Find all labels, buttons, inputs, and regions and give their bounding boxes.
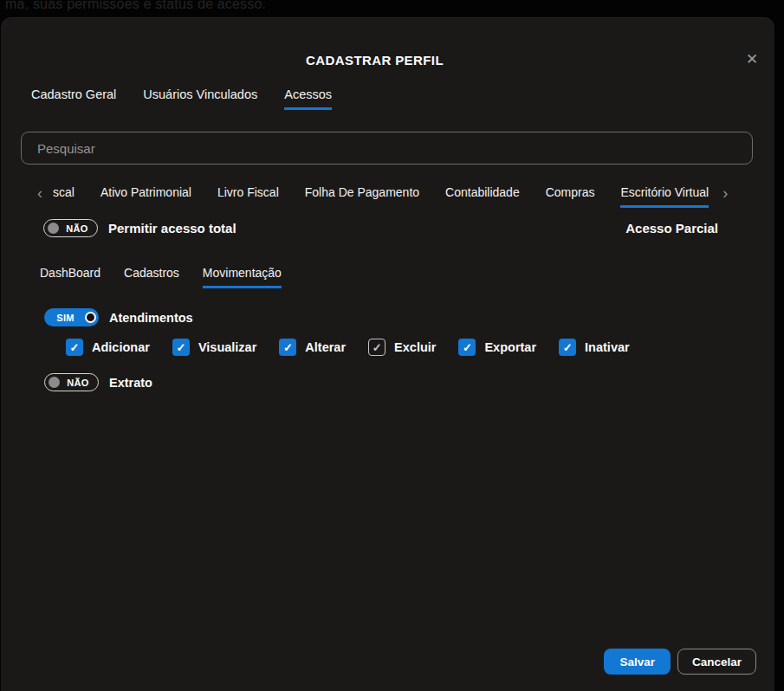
tab-cadastro-geral[interactable]: Cadastro Geral [31, 87, 116, 110]
checkbox-visualizar[interactable]: ✓ [172, 339, 190, 356]
action-label: Inativar [585, 340, 630, 354]
section-tab-dashboard[interactable]: DashBoard [40, 266, 100, 288]
checkbox-alterar[interactable]: ✓ [279, 339, 296, 356]
access-mode-label: Acesso Parcial [625, 221, 718, 236]
action-label: Excluir [394, 340, 436, 354]
check-icon: ✓ [373, 341, 382, 354]
extrato-label: Extrato [109, 376, 152, 390]
chevron-right-icon[interactable]: › [721, 185, 729, 201]
checkbox-inativar[interactable]: ✓ [559, 339, 576, 356]
toggle-state-label: NÃO [60, 378, 98, 388]
tab-usuarios-vinculados[interactable]: Usuários Vinculados [143, 87, 257, 110]
module-tab-contabilidade[interactable]: Contabilidade [445, 185, 520, 208]
search-input[interactable] [21, 132, 753, 165]
main-tabs: Cadastro Geral Usuários Vinculados Acess… [31, 87, 332, 110]
action-adicionar: ✓ Adicionar [66, 339, 150, 356]
module-tab-ativo-patrimonial[interactable]: Ativo Patrimonial [100, 185, 191, 208]
module-tab-livro-fiscal[interactable]: Livro Fiscal [217, 185, 279, 208]
module-tab-escritorio-virtual[interactable]: Escritório Virtual [620, 185, 709, 208]
atendimentos-label: Atendimentos [109, 311, 193, 325]
access-total-row: NÃO Permitir acesso total Acesso Parcial [43, 219, 718, 237]
module-tabs: ‹ scal Ativo Patrimonial Livro Fiscal Fo… [36, 185, 740, 208]
module-tab-compras[interactable]: Compras [546, 185, 595, 208]
modal-footer: Salvar Cancelar [604, 649, 756, 675]
chevron-left-icon[interactable]: ‹ [36, 185, 44, 201]
action-alterar: ✓ Alterar [279, 339, 346, 356]
section-tabs: DashBoard Cadastros Movimentação [40, 266, 282, 288]
extrato-toggle[interactable]: NÃO [44, 373, 99, 391]
search-container [21, 132, 753, 165]
action-label: Alterar [305, 340, 346, 354]
checkbox-excluir[interactable]: ✓ [368, 339, 386, 356]
cadastrar-perfil-modal: CADASTRAR PERFIL ✕ Cadastro Geral Usuári… [1, 17, 774, 691]
background-page-text: ma, suas permissões e status de acesso. [5, 0, 266, 12]
atendimentos-actions: ✓ Adicionar ✓ Visualizar ✓ Alterar ✓ Exc… [66, 339, 630, 356]
toggle-knob [85, 312, 96, 323]
atendimentos-toggle[interactable]: SIM [44, 308, 99, 326]
module-tab-folha-de-pagamento[interactable]: Folha De Pagamento [305, 185, 419, 208]
check-icon: ✓ [463, 341, 472, 354]
module-tabs-list: scal Ativo Patrimonial Livro Fiscal Folh… [53, 185, 709, 208]
check-icon: ✓ [70, 341, 80, 354]
action-inativar: ✓ Inativar [559, 339, 630, 356]
check-icon: ✓ [283, 341, 293, 354]
tab-acessos[interactable]: Acessos [284, 87, 332, 110]
cancel-button[interactable]: Cancelar [677, 649, 756, 675]
atendimentos-row: SIM Atendimentos [44, 308, 193, 326]
check-icon: ✓ [563, 341, 573, 354]
action-label: Exportar [484, 340, 536, 354]
section-tab-movimentacao[interactable]: Movimentação [203, 266, 282, 288]
save-button[interactable]: Salvar [604, 649, 671, 675]
action-label: Visualizar [198, 340, 256, 354]
checkbox-exportar[interactable]: ✓ [458, 339, 476, 356]
page-title: CADASTRAR PERFIL [1, 53, 748, 68]
toggle-state-label: SIM [44, 313, 85, 323]
section-tab-cadastros[interactable]: Cadastros [124, 266, 179, 288]
action-visualizar: ✓ Visualizar [172, 339, 256, 356]
close-icon[interactable]: ✕ [742, 49, 762, 70]
toggle-state-label: NÃO [59, 223, 97, 234]
toggle-knob [49, 377, 60, 388]
checkbox-adicionar[interactable]: ✓ [66, 339, 83, 356]
extrato-row: NÃO Extrato [44, 373, 152, 391]
check-icon: ✓ [176, 341, 185, 354]
action-label: Adicionar [92, 340, 150, 354]
module-tab-clipped[interactable]: scal [53, 185, 75, 208]
action-exportar: ✓ Exportar [458, 339, 536, 356]
access-total-toggle[interactable]: NÃO [43, 219, 98, 237]
action-excluir: ✓ Excluir [368, 339, 436, 356]
toggle-knob [48, 223, 59, 234]
access-total-label: Permitir acesso total [108, 221, 236, 236]
